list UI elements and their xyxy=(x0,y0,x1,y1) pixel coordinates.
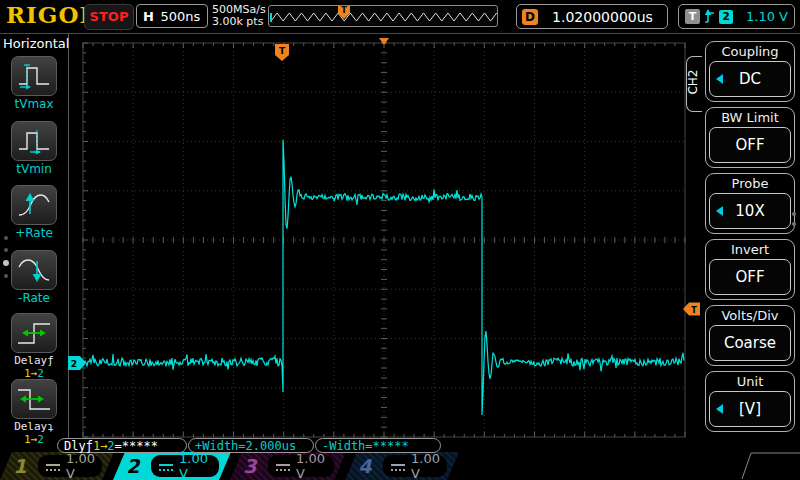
tvmin-icon xyxy=(16,127,52,155)
channel-number: 2 xyxy=(126,455,144,477)
delay-badge: D xyxy=(522,9,538,25)
channel-scale: 1.00 V xyxy=(66,451,95,480)
group-title: BW Limit xyxy=(706,108,794,127)
plus-rate-button[interactable] xyxy=(11,185,57,225)
dc-coupling-icon xyxy=(159,464,173,473)
trigger-badge: T xyxy=(685,9,700,24)
trigger-position-marker xyxy=(275,44,289,61)
softkey-tvmin[interactable]: tVmin xyxy=(0,121,68,176)
menu-group-bwlimit: BW Limit OFF xyxy=(705,107,795,168)
horizontal-measure-menu: Horizontal tVmax tVmin xyxy=(0,33,69,447)
svg-text:T: T xyxy=(279,46,286,56)
submenu-triangle-icon xyxy=(716,74,723,84)
coupling-softkey[interactable]: DC xyxy=(709,61,791,97)
rise-rate-icon xyxy=(16,191,52,219)
acquisition-info: 500MSa/s 3.00k pts xyxy=(212,4,266,28)
trigger-level-value: 1.10 V xyxy=(746,9,788,24)
menu-group-voltsdiv: Volts/Div Coarse xyxy=(705,305,795,366)
group-title: Unit xyxy=(706,372,794,391)
softkey-label: tVmin xyxy=(0,162,68,176)
waveform-preview-box xyxy=(268,5,498,27)
invert-softkey[interactable]: OFF xyxy=(709,259,791,295)
trigger-status-box[interactable]: T 2 1.10 V xyxy=(678,4,795,29)
channel2-status[interactable]: 2 1.00 V xyxy=(113,452,231,480)
channel-scale: 1.00 V xyxy=(296,451,326,480)
trigger-delay-box[interactable]: D 1.02000000us xyxy=(516,4,668,29)
softkey-label: -Rate xyxy=(0,291,68,305)
tvmin-button[interactable] xyxy=(11,121,57,161)
menu-group-probe: Probe 10X xyxy=(705,173,795,234)
trigger-source-badge: 2 xyxy=(719,10,733,24)
ch2-trace xyxy=(84,140,684,415)
minus-rate-button[interactable] xyxy=(11,250,57,290)
delay-rise-button[interactable] xyxy=(11,313,57,353)
trigger-level-marker xyxy=(683,303,700,316)
delay-rising-icon xyxy=(16,319,52,347)
top-status-bar: RIGOL STOP H 500ns 500MSa/s 3.00k pts D … xyxy=(0,0,800,34)
pos-width-measurement: +Width=2.000us xyxy=(188,438,314,453)
probe-softkey[interactable]: 10X xyxy=(709,193,791,229)
softkey-tvmax[interactable]: tVmax xyxy=(0,56,68,111)
group-title: Volts/Div xyxy=(706,306,794,325)
channel-status-bar: 1 1.00 V 2 1.00 V 3 1.00 V 4 1.00 V xyxy=(0,452,800,480)
screen-center-marker xyxy=(379,38,389,45)
ch2-ground-marker xyxy=(68,356,86,370)
fall-rate-icon xyxy=(16,256,52,284)
group-title: Coupling xyxy=(706,42,794,61)
submenu-triangle-icon xyxy=(716,206,723,216)
unit-softkey[interactable]: [V] xyxy=(709,391,791,427)
delay-value: 1.02000000us xyxy=(538,9,667,25)
channel-number: 1 xyxy=(13,455,31,477)
softkey-delay-fall[interactable]: Delayʇ 1→2 xyxy=(0,379,68,446)
group-title: Probe xyxy=(706,174,794,193)
channel1-status[interactable]: 1 1.00 V xyxy=(0,452,114,480)
h-label: H xyxy=(143,9,154,24)
softkey-delay-rise[interactable]: Delayƒ 1→2 xyxy=(0,313,68,380)
channel3-status[interactable]: 3 1.00 V xyxy=(230,452,346,480)
graticule-canvas: T2TT xyxy=(0,0,800,480)
left-menu-title: Horizontal xyxy=(3,36,68,51)
submenu-triangle-icon xyxy=(716,404,723,414)
right-menu-page-dots xyxy=(792,206,796,232)
svg-text:2: 2 xyxy=(71,359,77,369)
tvmax-button[interactable] xyxy=(11,56,57,96)
channel-scale: 1.00 V xyxy=(179,451,211,480)
menu-group-invert: Invert OFF xyxy=(705,239,795,300)
softkey-plus-rate[interactable]: +Rate xyxy=(0,185,68,240)
softkey-label: Delayʇ xyxy=(0,420,68,433)
channel-number: 4 xyxy=(358,455,376,477)
rising-edge-icon xyxy=(704,9,715,24)
channel4-status[interactable]: 4 1.00 V xyxy=(345,452,459,480)
menu-group-unit: Unit [V] xyxy=(705,371,795,432)
dc-coupling-icon xyxy=(276,464,290,473)
dc-coupling-icon xyxy=(391,464,405,473)
run-stop-status[interactable]: STOP xyxy=(84,4,134,30)
svg-text:T: T xyxy=(691,306,697,315)
tvmax-icon xyxy=(16,62,52,90)
timebase-value: 500ns xyxy=(154,9,207,24)
menu-page-dots xyxy=(4,228,9,286)
oscilloscope-screen: { "top_bar": { "logo": "RIGOL", "run_sta… xyxy=(0,0,800,480)
channel-tab: CH2 xyxy=(686,62,702,102)
softkey-label: Delayƒ xyxy=(0,354,68,367)
voltsdiv-softkey[interactable]: Coarse xyxy=(709,325,791,361)
memory-depth: 3.00k pts xyxy=(212,16,266,28)
dc-coupling-icon xyxy=(46,464,60,473)
delay-fall-button[interactable] xyxy=(11,379,57,419)
horizontal-timebase-box[interactable]: H 500ns xyxy=(136,4,208,28)
neg-width-measurement: -Width=***** xyxy=(315,438,441,453)
delay-falling-icon xyxy=(16,385,52,413)
menu-group-coupling: Coupling DC xyxy=(705,41,795,102)
channel-number: 3 xyxy=(243,455,261,477)
softkey-label: tVmax xyxy=(0,97,68,111)
channel-scale: 1.00 V xyxy=(411,451,440,480)
group-title: Invert xyxy=(706,240,794,259)
softkey-minus-rate[interactable]: -Rate xyxy=(0,250,68,305)
softkey-label: +Rate xyxy=(0,226,68,240)
bwlimit-softkey[interactable]: OFF xyxy=(709,127,791,163)
delay-measurement: Dlyƒ1→2=***** xyxy=(57,438,187,453)
